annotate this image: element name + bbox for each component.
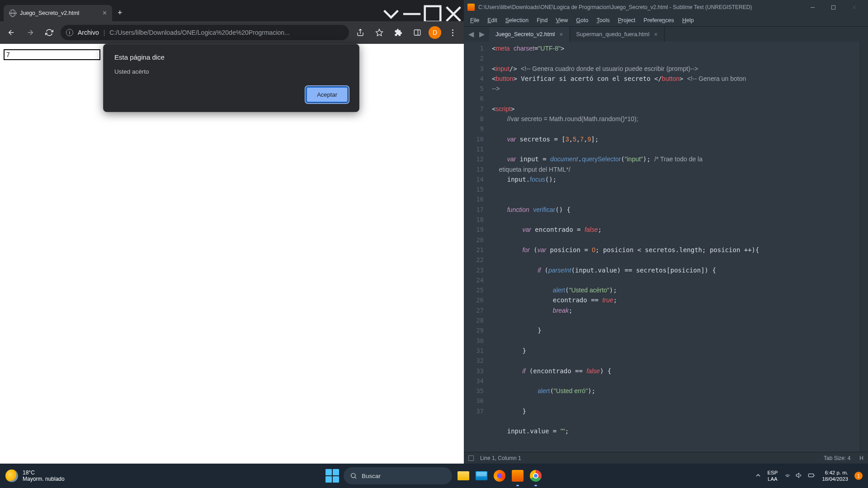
svg-rect-12 (809, 474, 814, 477)
weather-icon (5, 469, 18, 482)
address-bar[interactable]: i Archivo | C:/Users/lilbe/Downloads/ONE… (61, 25, 349, 40)
tray-overflow-icon[interactable] (755, 473, 761, 479)
close-button[interactable] (844, 0, 864, 14)
svg-rect-4 (414, 30, 420, 35)
window-title: C:\Users\lilbe\Downloads\ONE\Logica de P… (478, 4, 798, 10)
menu-edit[interactable]: Edit (484, 16, 501, 25)
line-gutter: 1 2 3 4 5 6 7 8 9 10 11 12 13 14 15 16 1… (464, 42, 488, 452)
sublime-icon[interactable] (511, 469, 524, 483)
bookmark-icon[interactable] (372, 25, 387, 40)
extensions-icon[interactable] (391, 25, 406, 40)
start-button[interactable] (326, 469, 339, 483)
window-controls (381, 6, 464, 21)
next-tab-button[interactable]: ▶ (477, 28, 486, 40)
tab-label: Juego_Secreto_v2.html (495, 31, 555, 38)
system-tray: ESP LAA 6:42 p. m. 18/04/2023 1 (755, 469, 863, 482)
notification-badge[interactable]: 1 (854, 472, 863, 480)
maximize-button[interactable] (422, 7, 443, 21)
editor-tab[interactable]: Superman_quedo_fuera.html × (570, 27, 665, 42)
globe-icon (9, 9, 16, 17)
menu-view[interactable]: View (552, 16, 571, 25)
menu-goto[interactable]: Goto (572, 16, 592, 25)
temperature: 18°C (23, 469, 65, 476)
sublime-titlebar: C:\Users\lilbe\Downloads\ONE\Logica de P… (464, 0, 868, 14)
search-icon (350, 472, 357, 479)
alert-message: Usted acérto (114, 68, 348, 75)
syntax-label[interactable]: H (859, 455, 863, 461)
clock[interactable]: 6:42 p. m. 18/04/2023 (822, 469, 848, 482)
minimize-button[interactable] (401, 7, 422, 21)
menu-project[interactable]: Project (614, 16, 639, 25)
chevron-down-icon[interactable] (381, 7, 401, 21)
editor-area: 1 2 3 4 5 6 7 8 9 10 11 12 13 14 15 16 1… (464, 42, 868, 452)
language-indicator[interactable]: ESP LAA (767, 469, 778, 482)
back-button[interactable] (4, 25, 19, 40)
url-scheme-label: Archivo (78, 29, 99, 36)
svg-rect-1 (425, 6, 441, 22)
chrome-titlebar: Juego_Secreto_v2.html × + (0, 0, 464, 21)
svg-point-10 (351, 474, 355, 478)
menu-find[interactable]: Find (533, 16, 551, 25)
tab-size[interactable]: Tab Size: 4 (824, 455, 850, 461)
menu-selection[interactable]: Selection (502, 16, 532, 25)
sublime-window: C:\Users\lilbe\Downloads\ONE\Logica de P… (464, 0, 868, 464)
prev-tab-button[interactable]: ◀ (467, 28, 476, 40)
chrome-tabstrip: Juego_Secreto_v2.html × + (0, 5, 381, 21)
svg-rect-7 (831, 5, 835, 9)
browser-tab[interactable]: Juego_Secreto_v2.html × (4, 5, 112, 21)
weather-widget[interactable]: 18°C Mayorm. nublado (5, 469, 65, 482)
tab-bar: ◀ ▶ Juego_Secreto_v2.html × Superman_que… (464, 26, 868, 42)
wifi-icon[interactable] (784, 472, 791, 480)
menu-bar: File Edit Selection Find View Goto Tools… (464, 14, 868, 26)
mail-icon[interactable] (475, 469, 488, 483)
tab-label: Superman_quedo_fuera.html (576, 31, 650, 38)
tab-nav: ◀ ▶ (464, 28, 489, 40)
menu-button[interactable] (445, 25, 460, 40)
close-icon[interactable]: × (654, 31, 657, 38)
menu-help[interactable]: Help (679, 16, 698, 25)
forward-button[interactable] (23, 25, 38, 40)
volume-icon[interactable] (796, 472, 803, 480)
url-separator: | (104, 29, 105, 36)
tab-title: Juego_Secreto_v2.html (20, 10, 79, 16)
tray-icons (784, 472, 816, 480)
accept-button[interactable]: Aceptar (306, 87, 348, 103)
sidepanel-icon[interactable] (410, 25, 425, 40)
code-content[interactable]: <meta charset="UTF-8"> <input/> <!-- Gen… (488, 42, 860, 452)
minimap[interactable] (860, 42, 868, 452)
chrome-window: Juego_Secreto_v2.html × + i Archivo | C:… (0, 0, 464, 464)
search-box[interactable]: Buscar (344, 467, 452, 484)
taskbar-center: Buscar (326, 467, 542, 484)
alert-title: Esta página dice (114, 53, 348, 61)
guess-input[interactable] (4, 49, 100, 60)
alert-actions: Aceptar (114, 87, 348, 103)
svg-line-11 (355, 477, 356, 479)
window-controls (802, 0, 864, 14)
close-icon[interactable]: × (103, 9, 107, 17)
share-icon[interactable] (353, 25, 368, 40)
close-icon[interactable]: × (559, 31, 563, 38)
explorer-icon[interactable] (457, 469, 470, 483)
alert-dialog: Esta página dice Usted acérto Aceptar (103, 44, 359, 112)
info-icon[interactable]: i (66, 29, 73, 36)
sublime-logo-icon (467, 4, 475, 11)
profile-avatar[interactable]: D (429, 26, 441, 39)
chrome-toolbar: i Archivo | C:/Users/lilbe/Downloads/ONE… (0, 21, 464, 44)
new-tab-button[interactable]: + (112, 5, 128, 21)
close-button[interactable] (443, 7, 464, 21)
reload-button[interactable] (42, 25, 57, 40)
page-viewport: Esta página dice Usted acérto Aceptar (0, 44, 464, 464)
taskbar: 18°C Mayorm. nublado Buscar ESP LAA 6:42… (0, 464, 868, 488)
chrome-icon[interactable] (529, 469, 542, 483)
cursor-position: Line 1, Column 1 (480, 455, 521, 461)
menu-tools[interactable]: Tools (593, 16, 613, 25)
menu-file[interactable]: File (467, 16, 483, 25)
battery-icon[interactable] (807, 472, 816, 480)
menu-preferences[interactable]: Preferences (640, 16, 678, 25)
panel-toggle-icon[interactable] (468, 455, 474, 461)
firefox-icon[interactable] (493, 469, 506, 483)
minimize-button[interactable] (802, 0, 823, 14)
maximize-button[interactable] (823, 0, 844, 14)
search-placeholder: Buscar (362, 473, 381, 479)
editor-tab[interactable]: Juego_Secreto_v2.html × (489, 27, 570, 42)
